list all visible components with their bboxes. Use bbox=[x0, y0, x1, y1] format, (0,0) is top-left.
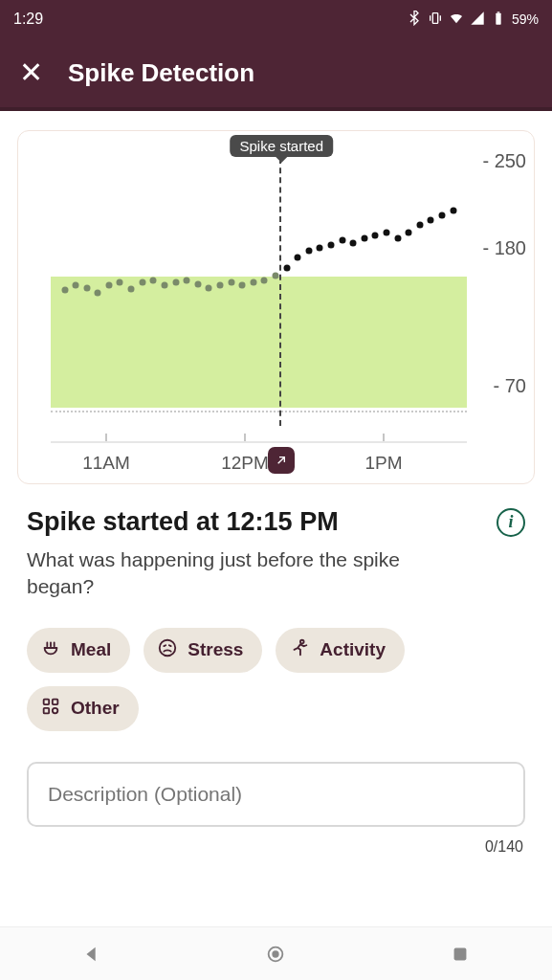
chart-y-tick: 70 bbox=[494, 374, 526, 396]
chart-data-point bbox=[172, 279, 179, 286]
chart-data-point bbox=[383, 230, 389, 236]
chart-data-point bbox=[450, 207, 456, 213]
svg-rect-2 bbox=[497, 11, 500, 12]
svg-rect-1 bbox=[496, 12, 500, 24]
chart-data-point bbox=[117, 279, 123, 286]
svg-point-10 bbox=[273, 950, 279, 957]
nav-home-icon[interactable] bbox=[263, 942, 288, 967]
chart-data-point bbox=[317, 244, 323, 251]
chip-activity[interactable]: Activity bbox=[276, 628, 405, 673]
chart-data-point bbox=[105, 282, 112, 289]
app-bar: ✕ Spike Detection bbox=[0, 38, 552, 111]
meal-icon bbox=[40, 637, 61, 663]
spike-start-line: Spike started bbox=[279, 158, 281, 426]
chart-data-point bbox=[394, 234, 401, 241]
svg-point-3 bbox=[160, 639, 176, 656]
chart-x-tick: 1PM bbox=[364, 453, 402, 474]
cell-signal-icon bbox=[470, 11, 485, 29]
glucose-chart: Spike started 70180250 11AM12PM1PM bbox=[17, 130, 535, 484]
svg-rect-5 bbox=[44, 699, 50, 704]
svg-rect-11 bbox=[453, 947, 466, 960]
vibrate-icon bbox=[428, 11, 443, 29]
chart-data-point bbox=[139, 279, 145, 286]
chart-x-axis: 11AM12PM1PM bbox=[51, 420, 467, 483]
chart-data-point bbox=[216, 282, 223, 289]
cause-chip-group: Meal Stress Activity Other bbox=[0, 611, 552, 731]
svg-rect-7 bbox=[44, 708, 50, 714]
wifi-icon bbox=[449, 11, 464, 29]
chart-data-point bbox=[83, 284, 90, 291]
spike-headline: Spike started at 12:15 PM bbox=[27, 507, 339, 537]
chip-other-label: Other bbox=[71, 698, 120, 719]
description-input[interactable] bbox=[27, 762, 525, 827]
chart-data-point bbox=[272, 272, 278, 278]
battery-percent: 59% bbox=[512, 11, 539, 27]
char-counter: 0/140 bbox=[0, 833, 552, 856]
android-status-bar: 1:29 59% bbox=[0, 0, 552, 38]
chart-data-point bbox=[61, 287, 68, 294]
chart-data-point bbox=[372, 232, 379, 238]
spike-question: What was happening just before the spike… bbox=[27, 546, 429, 601]
chart-data-point bbox=[128, 286, 135, 293]
chip-stress[interactable]: Stress bbox=[144, 628, 262, 673]
stress-icon bbox=[157, 637, 178, 663]
svg-point-4 bbox=[300, 639, 304, 643]
page-title: Spike Detection bbox=[68, 58, 254, 88]
chart-data-point bbox=[95, 289, 101, 296]
chart-x-tick: 11AM bbox=[82, 453, 130, 474]
info-icon[interactable]: i bbox=[497, 508, 525, 537]
chart-data-point bbox=[428, 217, 434, 224]
chart-data-point bbox=[261, 277, 268, 283]
chart-data-point bbox=[295, 255, 301, 261]
chart-data-point bbox=[350, 239, 357, 246]
chip-activity-label: Activity bbox=[320, 639, 386, 660]
status-icons: 59% bbox=[407, 11, 539, 29]
battery-icon bbox=[491, 11, 506, 29]
android-nav-bar bbox=[0, 926, 552, 980]
chip-meal[interactable]: Meal bbox=[27, 628, 130, 673]
chart-data-point bbox=[184, 277, 190, 283]
nav-recent-icon[interactable] bbox=[448, 942, 473, 967]
chip-meal-label: Meal bbox=[71, 639, 111, 660]
target-range-band bbox=[51, 277, 467, 408]
activity-icon bbox=[289, 637, 310, 663]
chart-y-tick: 250 bbox=[482, 150, 526, 172]
chart-data-point bbox=[416, 222, 423, 229]
chart-data-point bbox=[327, 242, 334, 249]
chart-data-point bbox=[161, 282, 167, 289]
chart-data-point bbox=[150, 277, 157, 283]
svg-rect-0 bbox=[432, 12, 437, 23]
chart-data-point bbox=[283, 264, 290, 271]
chart-baseline bbox=[51, 411, 467, 412]
chip-stress-label: Stress bbox=[188, 639, 243, 660]
chart-data-point bbox=[239, 282, 246, 289]
other-icon bbox=[40, 696, 61, 722]
chart-y-axis: 70180250 bbox=[471, 158, 526, 420]
spike-start-tooltip: Spike started bbox=[230, 135, 333, 157]
chart-data-point bbox=[194, 280, 201, 287]
chip-other[interactable]: Other bbox=[27, 686, 139, 731]
nav-back-icon[interactable] bbox=[79, 942, 104, 967]
chart-x-tick: 12PM bbox=[221, 453, 269, 474]
bluetooth-icon bbox=[407, 11, 422, 29]
chart-data-point bbox=[73, 282, 79, 289]
svg-point-8 bbox=[53, 708, 58, 714]
chart-data-point bbox=[206, 284, 212, 291]
chart-data-point bbox=[305, 247, 312, 254]
chart-data-point bbox=[438, 212, 445, 219]
chart-data-point bbox=[361, 234, 367, 241]
status-time: 1:29 bbox=[13, 11, 43, 28]
chart-data-point bbox=[406, 230, 412, 236]
close-icon[interactable]: ✕ bbox=[19, 58, 43, 87]
chart-data-point bbox=[339, 237, 345, 244]
chart-y-tick: 180 bbox=[482, 237, 526, 259]
chart-data-point bbox=[228, 279, 234, 286]
svg-rect-6 bbox=[53, 699, 58, 704]
chart-data-point bbox=[250, 279, 256, 286]
